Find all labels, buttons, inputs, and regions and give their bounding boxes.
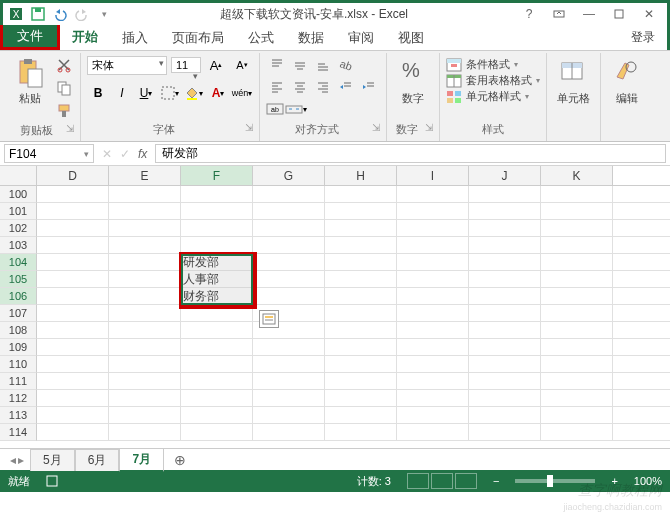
cell-I102[interactable] (397, 220, 469, 236)
cells-area[interactable]: 研发部人事部财务部 (37, 186, 670, 441)
cell-H107[interactable] (325, 305, 397, 321)
font-name-select[interactable]: 宋体 (87, 56, 167, 75)
page-break-view-icon[interactable] (455, 473, 477, 489)
orientation-icon[interactable]: ab (335, 55, 357, 75)
cell-E107[interactable] (109, 305, 181, 321)
decrease-indent-icon[interactable] (335, 77, 357, 97)
cell-E100[interactable] (109, 186, 181, 202)
cell-I101[interactable] (397, 203, 469, 219)
align-bottom-icon[interactable] (312, 55, 334, 75)
copy-icon[interactable] (54, 78, 74, 98)
cell-I106[interactable] (397, 288, 469, 304)
column-header-J[interactable]: J (469, 166, 541, 185)
row-header-105[interactable]: 105 (0, 271, 37, 288)
cell-J105[interactable] (469, 271, 541, 287)
cell-J110[interactable] (469, 356, 541, 372)
cell-E111[interactable] (109, 373, 181, 389)
column-header-H[interactable]: H (325, 166, 397, 185)
cell-F100[interactable] (181, 186, 253, 202)
enter-icon[interactable]: ✓ (120, 147, 130, 161)
cell-J112[interactable] (469, 390, 541, 406)
cell-F110[interactable] (181, 356, 253, 372)
phonetic-icon[interactable]: wén▾ (231, 83, 253, 103)
cell-J108[interactable] (469, 322, 541, 338)
row-header-107[interactable]: 107 (0, 305, 37, 322)
font-color-icon[interactable]: A▾ (207, 83, 229, 103)
minimize-button[interactable]: — (575, 5, 603, 23)
row-header-100[interactable]: 100 (0, 186, 37, 203)
cell-K101[interactable] (541, 203, 613, 219)
align-center-icon[interactable] (289, 77, 311, 97)
sheet-nav[interactable]: ◂ ▸ (4, 453, 30, 467)
cell-K112[interactable] (541, 390, 613, 406)
column-header-F[interactable]: F (181, 166, 253, 185)
italic-button[interactable]: I (111, 83, 133, 103)
row-header-111[interactable]: 111 (0, 373, 37, 390)
zoom-out-icon[interactable]: − (493, 475, 499, 487)
cell-H111[interactable] (325, 373, 397, 389)
cell-D103[interactable] (37, 237, 109, 253)
decrease-font-icon[interactable]: A▾ (231, 55, 253, 75)
cell-J102[interactable] (469, 220, 541, 236)
sheet-tab-may[interactable]: 5月 (30, 449, 75, 471)
cell-I114[interactable] (397, 424, 469, 440)
wrap-text-icon[interactable]: ab (266, 99, 284, 119)
cell-F103[interactable] (181, 237, 253, 253)
cell-H106[interactable] (325, 288, 397, 304)
cell-K106[interactable] (541, 288, 613, 304)
cut-icon[interactable] (54, 55, 74, 75)
cell-E102[interactable] (109, 220, 181, 236)
sheet-tab-july[interactable]: 7月 (119, 448, 164, 472)
cell-I104[interactable] (397, 254, 469, 270)
cell-I103[interactable] (397, 237, 469, 253)
cell-J101[interactable] (469, 203, 541, 219)
align-left-icon[interactable] (266, 77, 288, 97)
underline-button[interactable]: U▾ (135, 83, 157, 103)
tab-formulas[interactable]: 公式 (236, 25, 286, 50)
cell-G101[interactable] (253, 203, 325, 219)
cell-E105[interactable] (109, 271, 181, 287)
undo-icon[interactable] (51, 5, 69, 23)
cell-J107[interactable] (469, 305, 541, 321)
cell-I109[interactable] (397, 339, 469, 355)
cell-D101[interactable] (37, 203, 109, 219)
cell-F113[interactable] (181, 407, 253, 423)
cell-E104[interactable] (109, 254, 181, 270)
font-size-select[interactable]: 11 (171, 57, 201, 73)
number-launcher-icon[interactable]: ⇲ (425, 122, 433, 133)
cell-F114[interactable] (181, 424, 253, 440)
increase-indent-icon[interactable] (358, 77, 380, 97)
macro-record-icon[interactable] (46, 475, 58, 487)
sheet-next-icon[interactable]: ▸ (18, 453, 24, 467)
align-middle-icon[interactable] (289, 55, 311, 75)
tab-view[interactable]: 视图 (386, 25, 436, 50)
align-right-icon[interactable] (312, 77, 334, 97)
row-header-112[interactable]: 112 (0, 390, 37, 407)
tab-page-layout[interactable]: 页面布局 (160, 25, 236, 50)
alignment-launcher-icon[interactable]: ⇲ (372, 122, 380, 133)
cell-I108[interactable] (397, 322, 469, 338)
save-icon[interactable] (29, 5, 47, 23)
cell-H105[interactable] (325, 271, 397, 287)
cell-J103[interactable] (469, 237, 541, 253)
cells-button[interactable]: 单元格 (553, 55, 594, 108)
cell-D102[interactable] (37, 220, 109, 236)
row-header-113[interactable]: 113 (0, 407, 37, 424)
cell-E113[interactable] (109, 407, 181, 423)
bold-button[interactable]: B (87, 83, 109, 103)
cell-E112[interactable] (109, 390, 181, 406)
cell-E110[interactable] (109, 356, 181, 372)
close-button[interactable]: ✕ (635, 5, 663, 23)
cell-D107[interactable] (37, 305, 109, 321)
file-tab[interactable]: 文件 (0, 25, 60, 50)
redo-icon[interactable] (73, 5, 91, 23)
cell-G110[interactable] (253, 356, 325, 372)
cell-K108[interactable] (541, 322, 613, 338)
cell-G109[interactable] (253, 339, 325, 355)
cell-D108[interactable] (37, 322, 109, 338)
formula-bar[interactable]: 研发部 (155, 144, 666, 163)
align-top-icon[interactable] (266, 55, 288, 75)
tab-insert[interactable]: 插入 (110, 25, 160, 50)
border-icon[interactable]: ▾ (159, 83, 181, 103)
editing-button[interactable]: 编辑 (607, 55, 647, 108)
